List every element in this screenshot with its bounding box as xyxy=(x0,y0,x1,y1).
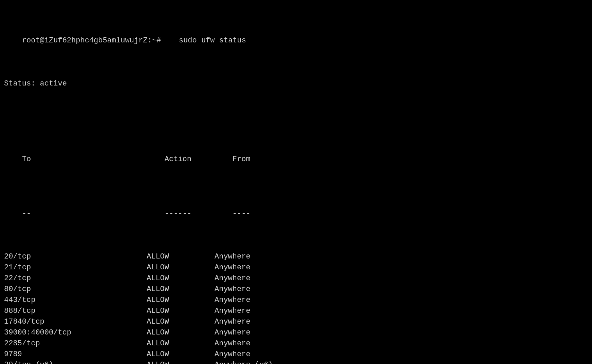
rule-row-7: 39000:40000/tcpALLOWAnywhere xyxy=(4,327,588,338)
rule-row-4: 443/tcpALLOWAnywhere xyxy=(4,295,588,306)
firewall-rules: 20/tcpALLOWAnywhere21/tcpALLOWAnywhere22… xyxy=(4,251,588,364)
rule-from-4: Anywhere xyxy=(215,295,251,306)
divider-from: ---- xyxy=(233,208,251,219)
rule-row-5: 888/tcpALLOWAnywhere xyxy=(4,306,588,317)
rule-from-2: Anywhere xyxy=(215,273,251,284)
command-1: sudo ufw status xyxy=(161,36,246,45)
rule-action-9: ALLOW xyxy=(147,349,215,360)
rule-from-3: Anywhere xyxy=(215,284,251,295)
rule-action-2: ALLOW xyxy=(147,273,215,284)
divider-to: -- xyxy=(22,208,165,219)
rule-action-4: ALLOW xyxy=(147,295,215,306)
rule-to-0: 20/tcp xyxy=(4,251,147,262)
rule-row-1: 21/tcpALLOWAnywhere xyxy=(4,262,588,273)
rule-action-3: ALLOW xyxy=(147,284,215,295)
rule-row-0: 20/tcpALLOWAnywhere xyxy=(4,251,588,262)
rule-to-5: 888/tcp xyxy=(4,306,147,317)
rule-action-8: ALLOW xyxy=(147,338,215,349)
rule-to-3: 80/tcp xyxy=(4,284,147,295)
rule-to-1: 21/tcp xyxy=(4,262,147,273)
rule-row-3: 80/tcpALLOWAnywhere xyxy=(4,284,588,295)
rule-action-6: ALLOW xyxy=(147,317,215,327)
rule-to-10: 20/tcp (v6) xyxy=(4,360,147,364)
rule-action-7: ALLOW xyxy=(147,327,215,338)
command-line-1: root@iZuf62hphc4gb5amluwujrZ:~# sudo ufw… xyxy=(4,24,588,57)
rule-from-5: Anywhere xyxy=(215,306,251,317)
rule-from-0: Anywhere xyxy=(215,251,251,262)
rule-to-6: 17840/tcp xyxy=(4,317,147,327)
rule-from-7: Anywhere xyxy=(215,327,251,338)
rule-from-8: Anywhere xyxy=(215,338,251,349)
prompt-1: root@iZuf62hphc4gb5amluwujrZ:~# xyxy=(22,36,161,45)
status-line: Status: active xyxy=(4,78,588,89)
divider-action: ------ xyxy=(165,208,233,219)
rule-to-9: 9789 xyxy=(4,349,147,360)
table-header-row: ToActionFrom xyxy=(4,143,588,176)
rule-row-2: 22/tcpALLOWAnywhere xyxy=(4,273,588,284)
rule-action-0: ALLOW xyxy=(147,251,215,262)
rule-from-1: Anywhere xyxy=(215,262,251,273)
rule-row-6: 17840/tcpALLOWAnywhere xyxy=(4,317,588,327)
rule-action-5: ALLOW xyxy=(147,306,215,317)
rule-from-10: Anywhere (v6) xyxy=(215,360,273,364)
header-action: Action xyxy=(165,154,233,165)
header-from: From xyxy=(233,154,251,165)
rule-row-9: 9789ALLOWAnywhere xyxy=(4,349,588,360)
rule-to-4: 443/tcp xyxy=(4,295,147,306)
rule-to-7: 39000:40000/tcp xyxy=(4,327,147,338)
blank-line-1 xyxy=(4,111,588,122)
rule-from-9: Anywhere xyxy=(215,349,251,360)
terminal-window: root@iZuf62hphc4gb5amluwujrZ:~# sudo ufw… xyxy=(4,3,588,364)
table-divider-row: ------------ xyxy=(4,197,588,230)
rule-row-10: 20/tcp (v6)ALLOWAnywhere (v6) xyxy=(4,360,588,364)
rule-to-2: 22/tcp xyxy=(4,273,147,284)
rule-to-8: 2285/tcp xyxy=(4,338,147,349)
rule-from-6: Anywhere xyxy=(215,317,251,327)
rule-action-1: ALLOW xyxy=(147,262,215,273)
rule-row-8: 2285/tcpALLOWAnywhere xyxy=(4,338,588,349)
rule-action-10: ALLOW xyxy=(147,360,215,364)
header-to: To xyxy=(22,154,165,165)
